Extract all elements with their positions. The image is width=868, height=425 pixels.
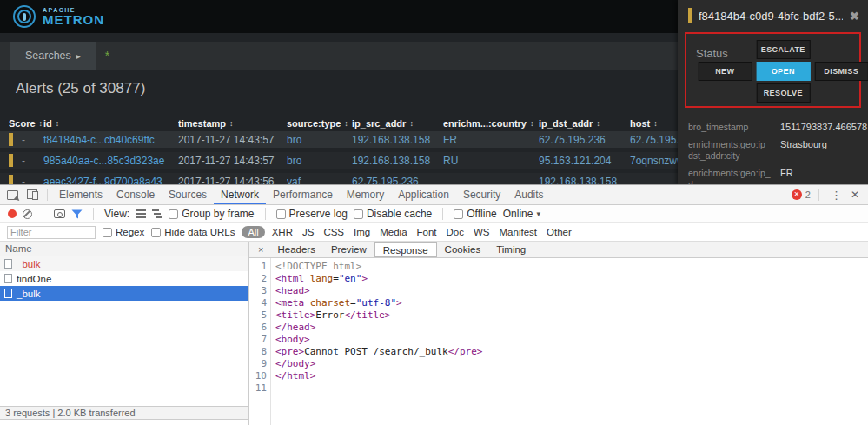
detail-tab-timing[interactable]: Timing — [488, 242, 533, 257]
column-header-id[interactable]: id↕ — [43, 118, 178, 129]
request-row-bulk[interactable]: _bulk — [0, 286, 248, 301]
devtools-tab-application[interactable]: Application — [391, 185, 456, 204]
alert-field-row: enrichments:geo:ip_dFR — [688, 168, 858, 184]
filter-type-ws[interactable]: WS — [474, 227, 490, 237]
ip-src-cell: 192.168.138.158 — [352, 155, 443, 167]
filter-type-manifest[interactable]: Manifest — [500, 227, 537, 237]
open-button[interactable]: OPEN — [756, 62, 810, 81]
devtools-tab-sources[interactable]: Sources — [162, 185, 214, 204]
country-cell: RU — [443, 155, 539, 167]
devtools-tab-console[interactable]: Console — [109, 185, 162, 204]
filter-type-other[interactable]: Other — [547, 227, 572, 237]
response-viewer: 1234567891011 <!DOCTYPE html><html lang=… — [249, 258, 868, 425]
preserve-log-checkbox[interactable]: Preserve log — [276, 208, 348, 220]
screenshot-icon[interactable] — [54, 209, 65, 218]
code-line — [275, 382, 482, 395]
clear-icon[interactable] — [23, 209, 32, 219]
checkbox-icon — [276, 209, 286, 219]
column-header-enrichm-country[interactable]: enrichm...:country↕ — [443, 118, 539, 129]
group-by-frame-checkbox[interactable]: Group by frame — [169, 208, 254, 220]
code-line: </html> — [275, 370, 482, 382]
waterfall-view-icon[interactable] — [152, 209, 162, 218]
name-column-header[interactable]: Name — [0, 242, 248, 256]
column-header-ip-src-addr[interactable]: ip_src_addr↕ — [352, 118, 443, 129]
alert-id-link[interactable]: 985a40aa-c...85c3d323ae — [43, 155, 178, 167]
request-row-bulk[interactable]: _bulk — [0, 256, 248, 271]
code-token: </title> — [344, 309, 390, 321]
score-severity-bar — [9, 133, 13, 146]
column-header-ip-dst-addr[interactable]: ip_dst_addr↕ — [539, 118, 630, 129]
filter-type-img[interactable]: Img — [354, 227, 370, 237]
kebab-menu-icon[interactable]: ⋮ — [827, 189, 845, 202]
detail-close-icon[interactable]: × — [252, 244, 269, 255]
record-icon[interactable] — [8, 209, 17, 218]
error-count[interactable]: 2 — [805, 189, 811, 200]
devtools-tab-elements[interactable]: Elements — [52, 185, 109, 204]
error-badge-icon[interactable]: ✕ — [792, 189, 802, 200]
offline-checkbox[interactable]: Offline — [454, 208, 496, 220]
code-line: <pre>Cannot POST /search/_bulk</pre> — [275, 346, 482, 358]
devtools-tab-performance[interactable]: Performance — [266, 185, 340, 204]
regex-checkbox[interactable]: Regex — [103, 227, 144, 237]
app-root: APACHE METRON Searches ▸ * Alerts (25 of… — [0, 0, 868, 425]
throttling-dropdown[interactable]: Online ▾ — [503, 208, 540, 220]
filter-type-all[interactable]: All — [242, 226, 264, 238]
disable-cache-label: Disable cache — [367, 208, 432, 220]
column-header-timestamp[interactable]: timestamp↕ — [178, 118, 287, 129]
metron-logo[interactable]: APACHE METRON — [13, 5, 104, 28]
code-token: <meta — [275, 297, 310, 309]
alert-field-row: enrichments:geo:ip_dst_addr:cityStrasbou… — [688, 139, 858, 162]
filter-type-font[interactable]: Font — [417, 227, 437, 237]
code-token: </head> — [275, 322, 315, 333]
divider — [265, 208, 266, 220]
disable-cache-checkbox[interactable]: Disable cache — [354, 208, 432, 220]
checkbox-icon — [103, 228, 112, 237]
list-view-icon[interactable] — [136, 209, 146, 218]
device-toolbar-icon[interactable] — [27, 189, 38, 200]
alert-id-link[interactable]: f84184b4-c...cb40c69ffc — [43, 134, 178, 146]
document-icon — [4, 289, 12, 298]
code-token: Cannot POST /search/_bulk — [304, 346, 448, 357]
hide-data-urls-checkbox[interactable]: Hide data URLs — [151, 227, 235, 237]
line-number: 1 — [249, 261, 267, 273]
detail-tab-response[interactable]: Response — [374, 242, 437, 257]
filter-type-css[interactable]: CSS — [323, 227, 344, 237]
request-row-findone[interactable]: findOne — [0, 271, 248, 286]
metron-logo-icon — [13, 5, 36, 28]
document-icon — [4, 274, 12, 283]
code-token: lang — [310, 273, 334, 284]
inspect-element-icon[interactable] — [7, 190, 18, 200]
filter-type-media[interactable]: Media — [380, 227, 407, 237]
column-header-source-type[interactable]: source:type↕ — [287, 118, 352, 129]
code-token: "en" — [339, 273, 362, 284]
dismiss-button[interactable]: DISMISS — [814, 62, 868, 81]
devtools-close-icon[interactable]: ✕ — [849, 189, 861, 201]
new-button[interactable]: NEW — [698, 62, 752, 81]
request-name: _bulk — [17, 259, 41, 269]
devtools-tab-memory[interactable]: Memory — [340, 185, 391, 204]
escalate-button[interactable]: ESCALATE — [756, 40, 810, 59]
detail-tab-headers[interactable]: Headers — [269, 242, 322, 257]
sort-icon: ↕ — [229, 119, 234, 128]
filter-type-js[interactable]: JS — [302, 227, 314, 237]
column-header-score[interactable]: Score↕ — [9, 118, 43, 129]
devtools-tab-bar: ElementsConsoleSourcesNetworkPerformance… — [0, 185, 868, 205]
devtools-tab-security[interactable]: Security — [456, 185, 507, 204]
filter-type-xhr[interactable]: XHR — [272, 227, 293, 237]
regex-label: Regex — [116, 227, 144, 237]
code-line: </head> — [275, 322, 482, 334]
searches-tab[interactable]: Searches ▸ — [10, 42, 96, 70]
detail-tab-cookies[interactable]: Cookies — [437, 242, 489, 257]
code-token: <!DOCTYPE html> — [275, 261, 361, 272]
filter-type-doc[interactable]: Doc — [447, 227, 464, 237]
filter-funnel-icon[interactable] — [71, 209, 83, 219]
filter-input[interactable] — [7, 226, 96, 239]
resolve-button[interactable]: RESOLVE — [756, 83, 810, 103]
devtools-tab-audits[interactable]: Audits — [507, 185, 550, 204]
view-label: View: — [104, 208, 129, 220]
column-label: Score — [9, 118, 36, 129]
close-icon[interactable]: ✖ — [850, 10, 859, 23]
devtools-tab-network[interactable]: Network — [214, 185, 266, 204]
request-detail-pane: × HeadersPreviewResponseCookiesTiming 12… — [249, 242, 868, 425]
detail-tab-preview[interactable]: Preview — [323, 242, 374, 257]
